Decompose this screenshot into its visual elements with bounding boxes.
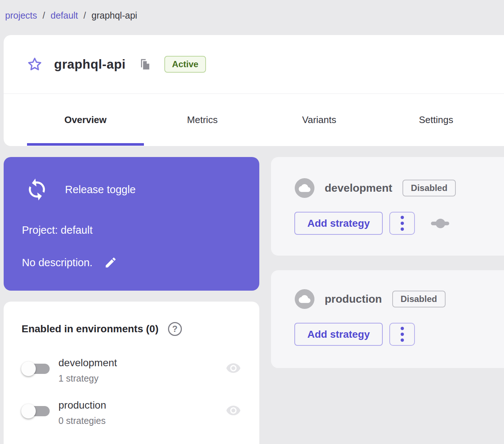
page-title: graphql-api: [54, 57, 126, 72]
enabled-environments-title: Enabled in environments (0) ?: [22, 322, 182, 336]
eye-icon: [226, 363, 241, 374]
environment-strategy-count: 1 strategy: [58, 373, 99, 384]
environment-avatar: [295, 289, 314, 309]
tab-overview[interactable]: Overview: [27, 94, 144, 146]
kebab-icon: [401, 338, 404, 342]
pencil-icon: [104, 256, 117, 269]
rollout-slider-knob: [436, 219, 445, 228]
environment-card-header: development Disabled: [295, 178, 456, 198]
project-label: Project: default: [22, 224, 92, 236]
development-toggle[interactable]: [21, 361, 50, 377]
title-row: graphql-api Active: [4, 35, 504, 94]
edit-description-button[interactable]: [104, 256, 117, 269]
release-toggle-icon: [23, 176, 51, 203]
environment-card-header: production Disabled: [295, 289, 446, 309]
eye-icon: [226, 405, 241, 416]
environment-card-name: production: [325, 293, 382, 305]
environment-name: development: [58, 357, 117, 369]
breadcrumb-separator: /: [84, 10, 86, 21]
environment-card-production: production Disabled Add strategy: [271, 270, 504, 368]
feature-header-card: graphql-api Active Overview Metrics Vari…: [4, 35, 504, 146]
active-tab-indicator: [27, 143, 144, 146]
kebab-icon: [401, 227, 404, 231]
enabled-environments-title-text: Enabled in environments (0): [22, 323, 159, 335]
visibility-button[interactable]: [226, 405, 241, 416]
help-icon[interactable]: ?: [168, 322, 182, 336]
favorite-button[interactable]: [27, 57, 42, 72]
environment-status-badge: Disabled: [392, 291, 446, 307]
breadcrumb: projects / default / graphql-api: [5, 10, 137, 21]
environment-strategy-count: 0 strategies: [58, 416, 106, 426]
environment-card-name: development: [325, 182, 392, 194]
tab-settings[interactable]: Settings: [378, 94, 495, 146]
kebab-icon: [401, 333, 404, 336]
star-icon: [27, 57, 42, 72]
status-badge: Active: [164, 56, 206, 73]
environment-row-production: production 0 strategies: [18, 399, 246, 432]
description-label: No description.: [22, 257, 92, 269]
environment-status-badge: Disabled: [402, 180, 456, 196]
environment-avatar: [295, 178, 314, 198]
add-strategy-button[interactable]: Add strategy: [294, 323, 383, 346]
kebab-icon: [401, 327, 404, 330]
cloud-icon: [299, 184, 310, 192]
add-strategy-button[interactable]: Add strategy: [294, 212, 383, 235]
environment-name: production: [58, 399, 106, 411]
tab-variants[interactable]: Variants: [261, 94, 378, 146]
feature-type-label: Release toggle: [65, 184, 135, 196]
kebab-icon: [401, 216, 404, 219]
cloud-icon: [299, 295, 310, 303]
tab-bar: Overview Metrics Variants Settings: [4, 94, 504, 146]
environment-card-development: development Disabled Add strategy: [271, 157, 504, 256]
toggle-knob: [21, 361, 36, 376]
production-toggle[interactable]: [21, 403, 50, 419]
tab-metrics[interactable]: Metrics: [144, 94, 261, 146]
enabled-environments-panel: Enabled in environments (0) ? developmen…: [4, 302, 259, 444]
breadcrumb-project-default[interactable]: default: [51, 10, 78, 21]
breadcrumb-current: graphql-api: [92, 10, 137, 21]
rollout-slider-icon: [431, 219, 449, 228]
kebab-icon: [401, 222, 404, 225]
copy-icon: [138, 57, 151, 71]
visibility-button[interactable]: [226, 363, 241, 374]
environment-row-development: development 1 strategy: [18, 356, 246, 390]
feature-type-row: Release toggle: [25, 177, 135, 202]
feature-toggle-page: projects / default / graphql-api graphql…: [0, 0, 504, 444]
breadcrumb-projects[interactable]: projects: [5, 10, 37, 21]
description-row: No description.: [22, 256, 117, 269]
breadcrumb-separator: /: [43, 10, 45, 21]
more-options-button[interactable]: [389, 323, 415, 346]
environment-card-actions: Add strategy: [294, 323, 415, 346]
environment-card-actions: Add strategy: [294, 212, 449, 235]
copy-name-button[interactable]: [138, 57, 151, 72]
more-options-button[interactable]: [389, 212, 415, 235]
toggle-knob: [21, 404, 36, 418]
feature-overview-card: Release toggle Project: default No descr…: [4, 157, 259, 291]
